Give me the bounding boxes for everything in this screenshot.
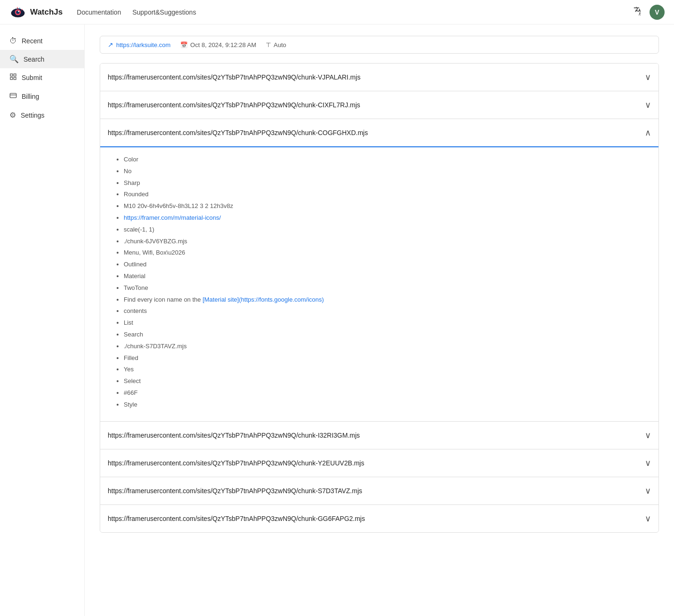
sidebar-item-search[interactable]: 🔍 Search: [0, 50, 84, 68]
accordion-title-y2euuv2b: https://framerusercontent.com/sites/QzYT…: [108, 459, 364, 467]
accordion-item-gg6fapg2: https://framerusercontent.com/sites/QzYT…: [100, 505, 658, 532]
accordion-title-cixfl7rj: https://framerusercontent.com/sites/QzYT…: [108, 101, 360, 109]
mode-icon: ⊤: [266, 41, 271, 48]
nav-documentation[interactable]: Documentation: [77, 8, 121, 16]
avatar[interactable]: V: [650, 5, 665, 20]
sidebar-item-submit[interactable]: Submit: [0, 68, 84, 87]
accordion-chevron-cogfghxd: ∧: [645, 128, 651, 138]
accordion-item-y2euuv2b: https://framerusercontent.com/sites/QzYT…: [100, 449, 658, 477]
calendar-icon: 📅: [180, 41, 188, 48]
google-icons-link[interactable]: (https://fonts.google.com/icons): [239, 296, 324, 303]
accordion-item-i32ri3gm: https://framerusercontent.com/sites/QzYT…: [100, 422, 658, 449]
list-item: https://framer.com/m/material-icons/: [124, 213, 647, 223]
accordion-body-cogfghxd: ColorNoSharpRoundedM10 20v-6h4v6h5v-8h3L…: [100, 147, 658, 421]
recent-icon: ⏱: [9, 37, 17, 45]
logo-icon: [9, 4, 26, 21]
accordion-item-cogfghxd: https://framerusercontent.com/sites/QzYT…: [100, 119, 658, 422]
list-item: Menu, Wifi, Box\u2026: [124, 248, 647, 258]
accordion-header-gg6fapg2[interactable]: https://framerusercontent.com/sites/QzYT…: [100, 505, 658, 532]
list-item: Sharp: [124, 178, 647, 188]
info-url-link[interactable]: https://larksuite.com: [116, 41, 171, 48]
sidebar-label-settings: Settings: [21, 112, 45, 119]
accordion-header-y2euuv2b[interactable]: https://framerusercontent.com/sites/QzYT…: [100, 449, 658, 477]
nav-support[interactable]: Support&Suggestions: [132, 8, 196, 16]
accordion-item-cixfl7rj: https://framerusercontent.com/sites/QzYT…: [100, 91, 658, 119]
accordion-header-vjpalari[interactable]: https://framerusercontent.com/sites/QzYT…: [100, 64, 658, 91]
list-item: Material: [124, 272, 647, 281]
list-item: Filled: [124, 353, 647, 363]
list-item: Style: [124, 400, 647, 410]
search-icon: 🔍: [9, 55, 19, 64]
list-item: Outlined: [124, 260, 647, 270]
accordion-title-cogfghxd: https://framerusercontent.com/sites/QzYT…: [108, 129, 368, 136]
accordion-title-vjpalari: https://framerusercontent.com/sites/QzYT…: [108, 73, 360, 81]
billing-icon: [9, 92, 17, 101]
svg-rect-10: [14, 74, 16, 76]
sidebar-label-billing: Billing: [22, 93, 39, 100]
list-item: Find every icon name on the [Material si…: [124, 295, 647, 305]
sidebar-item-settings[interactable]: ⚙ Settings: [0, 106, 84, 124]
info-bar: ↗ https://larksuite.com 📅 Oct 8, 2024, 9…: [100, 36, 659, 54]
accordion-item-vjpalari: https://framerusercontent.com/sites/QzYT…: [100, 64, 658, 91]
list-item: ./chunk-S7D3TAVZ.mjs: [124, 342, 647, 352]
nav-links: Documentation Support&Suggestions: [77, 8, 633, 16]
svg-rect-9: [10, 74, 13, 76]
info-mode: ⊤ Auto: [266, 41, 286, 48]
translate-icon[interactable]: A: [633, 6, 643, 18]
link-icon: ↗: [108, 41, 113, 48]
list-item: ./chunk-6JV6YBZG.mjs: [124, 237, 647, 247]
svg-rect-13: [10, 93, 16, 97]
svg-text:A: A: [639, 13, 641, 16]
accordion-chevron-s7d3tavz: ∨: [645, 486, 651, 496]
sidebar-label-search: Search: [24, 56, 44, 63]
list-item: scale(-1, 1): [124, 225, 647, 235]
submit-icon: [9, 73, 17, 82]
svg-line-5: [17, 7, 18, 8]
info-url: ↗ https://larksuite.com: [108, 41, 171, 48]
sidebar-item-billing[interactable]: Billing: [0, 87, 84, 106]
sidebar-label-recent: Recent: [22, 37, 42, 45]
sidebar: ⏱ Recent 🔍 Search Submit Billing ⚙ Setti…: [0, 24, 85, 544]
list-item: No: [124, 167, 647, 176]
accordion-header-i32ri3gm[interactable]: https://framerusercontent.com/sites/QzYT…: [100, 422, 658, 449]
accordion-header-s7d3tavz[interactable]: https://framerusercontent.com/sites/QzYT…: [100, 477, 658, 504]
accordion-header-cogfghxd[interactable]: https://framerusercontent.com/sites/QzYT…: [100, 119, 658, 147]
svg-point-4: [18, 10, 19, 12]
accordion-chevron-i32ri3gm: ∨: [645, 430, 651, 440]
accordion-chevron-vjpalari: ∨: [645, 72, 651, 82]
accordion-title-gg6fapg2: https://framerusercontent.com/sites/QzYT…: [108, 515, 365, 522]
accordion-list: https://framerusercontent.com/sites/QzYT…: [100, 63, 659, 533]
info-mode-text: Auto: [274, 41, 286, 48]
top-nav: WatchJs Documentation Support&Suggestion…: [0, 0, 674, 24]
svg-rect-12: [14, 77, 16, 80]
accordion-title-i32ri3gm: https://framerusercontent.com/sites/QzYT…: [108, 432, 360, 439]
list-item-link[interactable]: https://framer.com/m/material-icons/: [124, 214, 221, 221]
list-item: M10 20v-6h4v6h5v-8h3L12 3 2 12h3v8z: [124, 201, 647, 211]
list-item: Yes: [124, 365, 647, 375]
list-item: #66F: [124, 388, 647, 398]
accordion-chevron-y2euuv2b: ∨: [645, 458, 651, 468]
list-item: Color: [124, 155, 647, 165]
accordion-header-cixfl7rj[interactable]: https://framerusercontent.com/sites/QzYT…: [100, 91, 658, 119]
logo-area[interactable]: WatchJs: [9, 4, 63, 21]
list-item: Rounded: [124, 190, 647, 200]
accordion-title-s7d3tavz: https://framerusercontent.com/sites/QzYT…: [108, 487, 362, 495]
sidebar-item-recent[interactable]: ⏱ Recent: [0, 32, 84, 50]
list-item: Select: [124, 376, 647, 386]
main-content: ↗ https://larksuite.com 📅 Oct 8, 2024, 9…: [85, 24, 674, 544]
nav-right: A V: [633, 5, 665, 20]
sidebar-label-submit: Submit: [22, 74, 42, 81]
accordion-chevron-gg6fapg2: ∨: [645, 513, 651, 524]
settings-icon: ⚙: [9, 111, 16, 120]
list-item: List: [124, 318, 647, 328]
svg-rect-11: [10, 77, 13, 80]
info-date-text: Oct 8, 2024, 9:12:28 AM: [190, 41, 256, 48]
list-item: Search: [124, 330, 647, 340]
accordion-item-s7d3tavz: https://framerusercontent.com/sites/QzYT…: [100, 477, 658, 505]
logo-text: WatchJs: [30, 8, 63, 17]
info-date: 📅 Oct 8, 2024, 9:12:28 AM: [180, 41, 256, 48]
list-item: contents: [124, 306, 647, 316]
material-site-link[interactable]: [Material site]: [203, 296, 239, 303]
list-item: TwoTone: [124, 283, 647, 293]
accordion-chevron-cixfl7rj: ∨: [645, 100, 651, 110]
